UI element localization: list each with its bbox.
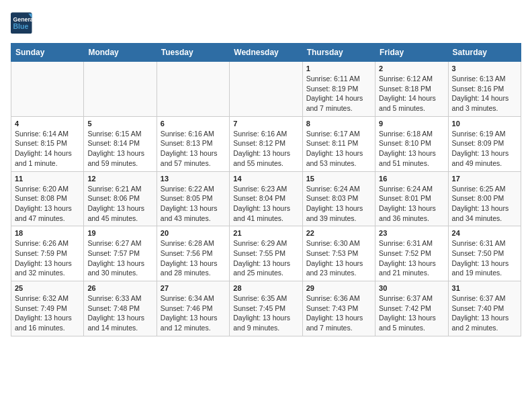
calendar-week-row: 1Sunrise: 6:11 AM Sunset: 8:19 PM Daylig… <box>11 62 521 117</box>
page-header: General Blue <box>11 11 521 38</box>
col-header-wednesday: Wednesday <box>230 44 302 62</box>
day-info: Sunrise: 6:14 AM Sunset: 8:15 PM Dayligh… <box>15 129 80 169</box>
calendar-header-row: SundayMondayTuesdayWednesdayThursdayFrid… <box>11 44 521 62</box>
calendar-cell: 9Sunrise: 6:18 AM Sunset: 8:10 PM Daylig… <box>375 116 448 171</box>
calendar-cell: 12Sunrise: 6:21 AM Sunset: 8:06 PM Dayli… <box>84 171 157 226</box>
day-info: Sunrise: 6:32 AM Sunset: 7:49 PM Dayligh… <box>15 293 80 333</box>
day-info: Sunrise: 6:31 AM Sunset: 7:50 PM Dayligh… <box>452 238 517 278</box>
day-number: 14 <box>233 175 298 183</box>
calendar-cell <box>11 62 84 117</box>
day-info: Sunrise: 6:37 AM Sunset: 7:42 PM Dayligh… <box>379 293 444 333</box>
calendar-cell <box>157 62 229 117</box>
calendar-cell: 26Sunrise: 6:33 AM Sunset: 7:48 PM Dayli… <box>84 281 157 336</box>
day-info: Sunrise: 6:24 AM Sunset: 8:01 PM Dayligh… <box>379 184 444 224</box>
day-number: 18 <box>15 229 80 237</box>
day-number: 1 <box>306 64 371 73</box>
calendar-table: SundayMondayTuesdayWednesdayThursdayFrid… <box>11 43 521 336</box>
day-info: Sunrise: 6:12 AM Sunset: 8:18 PM Dayligh… <box>379 74 444 113</box>
day-info: Sunrise: 6:20 AM Sunset: 8:08 PM Dayligh… <box>15 184 80 224</box>
day-number: 16 <box>379 175 444 183</box>
col-header-monday: Monday <box>84 44 157 62</box>
day-number: 9 <box>379 120 444 128</box>
day-number: 19 <box>87 229 152 237</box>
day-info: Sunrise: 6:11 AM Sunset: 8:19 PM Dayligh… <box>306 74 371 113</box>
day-number: 31 <box>452 284 517 292</box>
calendar-cell <box>230 62 302 117</box>
calendar-cell: 31Sunrise: 6:37 AM Sunset: 7:40 PM Dayli… <box>448 281 521 336</box>
col-header-tuesday: Tuesday <box>157 44 229 62</box>
calendar-week-row: 4Sunrise: 6:14 AM Sunset: 8:15 PM Daylig… <box>11 116 521 171</box>
logo-svg: General Blue <box>11 11 58 38</box>
day-info: Sunrise: 6:16 AM Sunset: 8:13 PM Dayligh… <box>161 129 226 169</box>
calendar-cell: 8Sunrise: 6:17 AM Sunset: 8:11 PM Daylig… <box>302 116 375 171</box>
calendar-cell: 13Sunrise: 6:22 AM Sunset: 8:05 PM Dayli… <box>157 171 229 226</box>
day-info: Sunrise: 6:16 AM Sunset: 8:12 PM Dayligh… <box>233 129 298 169</box>
day-number: 13 <box>161 175 226 183</box>
calendar-cell: 6Sunrise: 6:16 AM Sunset: 8:13 PM Daylig… <box>157 116 229 171</box>
day-number: 26 <box>87 284 152 292</box>
day-number: 7 <box>233 120 298 128</box>
day-number: 5 <box>87 120 152 128</box>
calendar-cell: 20Sunrise: 6:28 AM Sunset: 7:56 PM Dayli… <box>157 226 229 281</box>
calendar-cell: 4Sunrise: 6:14 AM Sunset: 8:15 PM Daylig… <box>11 116 84 171</box>
calendar-cell <box>84 62 157 117</box>
calendar-cell: 22Sunrise: 6:30 AM Sunset: 7:53 PM Dayli… <box>302 226 375 281</box>
day-number: 24 <box>452 229 517 237</box>
day-number: 29 <box>306 284 371 292</box>
day-info: Sunrise: 6:15 AM Sunset: 8:14 PM Dayligh… <box>87 129 152 169</box>
day-number: 3 <box>452 64 517 73</box>
day-info: Sunrise: 6:36 AM Sunset: 7:43 PM Dayligh… <box>306 293 371 333</box>
calendar-cell: 3Sunrise: 6:13 AM Sunset: 8:16 PM Daylig… <box>448 62 521 117</box>
calendar-cell: 11Sunrise: 6:20 AM Sunset: 8:08 PM Dayli… <box>11 171 84 226</box>
col-header-thursday: Thursday <box>302 44 375 62</box>
day-info: Sunrise: 6:31 AM Sunset: 7:52 PM Dayligh… <box>379 238 444 278</box>
logo: General Blue <box>11 11 58 38</box>
day-info: Sunrise: 6:35 AM Sunset: 7:45 PM Dayligh… <box>233 293 298 333</box>
day-info: Sunrise: 6:33 AM Sunset: 7:48 PM Dayligh… <box>87 293 152 333</box>
day-info: Sunrise: 6:25 AM Sunset: 8:00 PM Dayligh… <box>452 184 517 224</box>
day-info: Sunrise: 6:28 AM Sunset: 7:56 PM Dayligh… <box>161 238 226 278</box>
calendar-cell: 21Sunrise: 6:29 AM Sunset: 7:55 PM Dayli… <box>230 226 302 281</box>
col-header-friday: Friday <box>375 44 448 62</box>
day-number: 6 <box>161 120 226 128</box>
calendar-cell: 18Sunrise: 6:26 AM Sunset: 7:59 PM Dayli… <box>11 226 84 281</box>
calendar-week-row: 25Sunrise: 6:32 AM Sunset: 7:49 PM Dayli… <box>11 281 521 336</box>
calendar-cell: 23Sunrise: 6:31 AM Sunset: 7:52 PM Dayli… <box>375 226 448 281</box>
calendar-cell: 16Sunrise: 6:24 AM Sunset: 8:01 PM Dayli… <box>375 171 448 226</box>
day-info: Sunrise: 6:17 AM Sunset: 8:11 PM Dayligh… <box>306 129 371 169</box>
calendar-cell: 7Sunrise: 6:16 AM Sunset: 8:12 PM Daylig… <box>230 116 302 171</box>
day-number: 20 <box>161 229 226 237</box>
day-info: Sunrise: 6:21 AM Sunset: 8:06 PM Dayligh… <box>87 184 152 224</box>
day-info: Sunrise: 6:26 AM Sunset: 7:59 PM Dayligh… <box>15 238 80 278</box>
col-header-sunday: Sunday <box>11 44 84 62</box>
day-info: Sunrise: 6:22 AM Sunset: 8:05 PM Dayligh… <box>161 184 226 224</box>
calendar-week-row: 11Sunrise: 6:20 AM Sunset: 8:08 PM Dayli… <box>11 171 521 226</box>
calendar-cell: 29Sunrise: 6:36 AM Sunset: 7:43 PM Dayli… <box>302 281 375 336</box>
day-number: 27 <box>161 284 226 292</box>
day-info: Sunrise: 6:19 AM Sunset: 8:09 PM Dayligh… <box>452 129 517 169</box>
calendar-cell: 30Sunrise: 6:37 AM Sunset: 7:42 PM Dayli… <box>375 281 448 336</box>
calendar-cell: 28Sunrise: 6:35 AM Sunset: 7:45 PM Dayli… <box>230 281 302 336</box>
day-number: 30 <box>379 284 444 292</box>
calendar-cell: 5Sunrise: 6:15 AM Sunset: 8:14 PM Daylig… <box>84 116 157 171</box>
calendar-cell: 14Sunrise: 6:23 AM Sunset: 8:04 PM Dayli… <box>230 171 302 226</box>
day-number: 23 <box>379 229 444 237</box>
calendar-cell: 1Sunrise: 6:11 AM Sunset: 8:19 PM Daylig… <box>302 62 375 117</box>
day-number: 12 <box>87 175 152 183</box>
calendar-cell: 24Sunrise: 6:31 AM Sunset: 7:50 PM Dayli… <box>448 226 521 281</box>
svg-text:Blue: Blue <box>13 22 29 30</box>
calendar-week-row: 18Sunrise: 6:26 AM Sunset: 7:59 PM Dayli… <box>11 226 521 281</box>
calendar-cell: 17Sunrise: 6:25 AM Sunset: 8:00 PM Dayli… <box>448 171 521 226</box>
day-info: Sunrise: 6:24 AM Sunset: 8:03 PM Dayligh… <box>306 184 371 224</box>
day-number: 10 <box>452 120 517 128</box>
day-number: 2 <box>379 64 444 73</box>
calendar-cell: 19Sunrise: 6:27 AM Sunset: 7:57 PM Dayli… <box>84 226 157 281</box>
calendar-cell: 27Sunrise: 6:34 AM Sunset: 7:46 PM Dayli… <box>157 281 229 336</box>
day-info: Sunrise: 6:37 AM Sunset: 7:40 PM Dayligh… <box>452 293 517 333</box>
calendar-cell: 15Sunrise: 6:24 AM Sunset: 8:03 PM Dayli… <box>302 171 375 226</box>
day-info: Sunrise: 6:18 AM Sunset: 8:10 PM Dayligh… <box>379 129 444 169</box>
day-number: 21 <box>233 229 298 237</box>
day-info: Sunrise: 6:34 AM Sunset: 7:46 PM Dayligh… <box>161 293 226 333</box>
day-number: 4 <box>15 120 80 128</box>
day-number: 25 <box>15 284 80 292</box>
